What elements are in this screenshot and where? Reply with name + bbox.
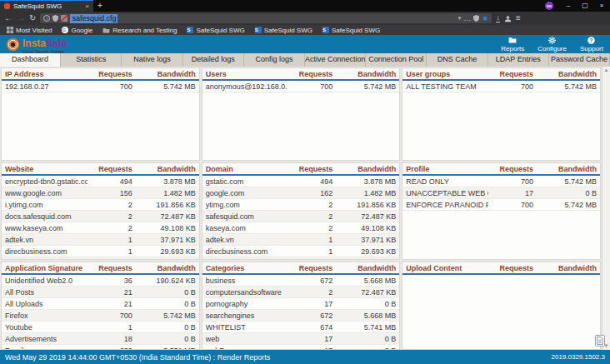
tab-dns-cache[interactable]: DNS Cache	[427, 53, 488, 67]
table-row[interactable]: ALL TESTING TEAM7005.742 MB	[402, 81, 600, 92]
row-requests: 672	[288, 312, 332, 320]
row-name: safebrowsing.googleapis.com	[206, 259, 288, 261]
table-row[interactable]: adtek.vn137.971 KB	[202, 234, 400, 246]
row-requests: 2	[88, 224, 132, 232]
column-header-bandwidth: Bandwidth	[533, 264, 597, 272]
tab-connection-pool[interactable]: Connection Pool	[366, 53, 427, 67]
bookmark-item-most-visited[interactable]: Most Visited	[7, 27, 52, 34]
bookmark-item-safesquid-swg[interactable]: SSafeSquid SWG	[187, 27, 244, 34]
table-row[interactable]: Advertisements180 B	[2, 333, 199, 345]
browser-tab[interactable]: SafeSquid SWG ×	[0, 0, 93, 12]
downloads-icon[interactable]: ↓	[496, 14, 500, 22]
row-name: encrypted-tbn0.gstatic.com	[5, 177, 88, 186]
extension-icon[interactable]: oo	[545, 2, 553, 10]
row-requests: 21	[88, 300, 132, 308]
tab-native-logs[interactable]: Native logs	[122, 53, 182, 67]
account-icon[interactable]	[504, 15, 512, 22]
table-row[interactable]: safesquid.com272.487 KB	[202, 211, 400, 222]
table-row[interactable]: Unidentified Web2.036190.624 KB	[2, 275, 199, 287]
scroll-up-icon[interactable]: ▲	[604, 67, 609, 73]
table-row[interactable]: encrypted-tbn0.gstatic.com4943.878 MB	[2, 176, 199, 187]
bookmark-item-safesquid-swg[interactable]: SSafeSquid SWG	[255, 27, 312, 34]
table-row[interactable]: direcbusiness.com129.693 KB	[2, 246, 199, 257]
url-dropdown-chevron-icon[interactable]: ▾	[458, 15, 462, 22]
tab-close-icon[interactable]: ×	[85, 2, 89, 10]
url-text-selected[interactable]: safesquid.cfg	[70, 14, 118, 23]
table-row[interactable]: computersandsoftware272.487 KB	[202, 287, 400, 298]
row-name: Advertisements	[5, 335, 88, 343]
table-row[interactable]: i.ytimg.com2191.856 KB	[2, 199, 199, 211]
table-row[interactable]: gstatic.com4943.878 MB	[202, 176, 400, 187]
table-row[interactable]: direcbusiness.com129.693 KB	[202, 246, 400, 257]
table-row[interactable]: google.com1621.482 MB	[202, 187, 400, 199]
new-tab-button[interactable]: +	[93, 0, 107, 12]
vertical-scrollbar[interactable]: ▲ ▼	[602, 67, 610, 350]
panel-header-domain: DomainRequestsBandwidth	[202, 163, 400, 176]
tab-detailed-logs[interactable]: Detailed logs	[183, 53, 244, 67]
url-bar[interactable]: i safesquid.cfg ▾ … ★	[40, 13, 492, 23]
tab-active-connections[interactable]: Active Connections	[305, 53, 366, 67]
bookmark-item-research-and-testing[interactable]: Research and Testing	[102, 27, 177, 34]
table-row[interactable]: ENFORCE PARANOID PRIVACY LEVEL7005.742 M…	[402, 199, 600, 211]
row-requests: 1	[288, 247, 332, 256]
bookmark-item-google[interactable]: GGoogle	[62, 27, 92, 34]
tab-dashboard[interactable]: Dashboard	[0, 53, 61, 67]
table-row[interactable]: safebrowsing.googleapis.com21.365 KB	[202, 257, 400, 260]
panel-title: Categories	[206, 264, 288, 272]
table-row[interactable]: pornography170 B	[202, 298, 400, 310]
table-row[interactable]: Firefox7005.742 MB	[2, 310, 199, 322]
tracking-protection-shield-icon[interactable]	[52, 15, 58, 22]
table-row[interactable]: web170 B	[202, 333, 400, 345]
table-row[interactable]: ytimg.com2191.856 KB	[202, 199, 400, 211]
table-row[interactable]: UNACCEPTABLE WEB CATEGORY170 B	[402, 187, 600, 199]
table-row[interactable]: All Posts210 B	[2, 287, 199, 298]
tab-ldap-entries[interactable]: LDAP Entries	[488, 53, 549, 67]
table-row[interactable]: docs.safesquid.com272.487 KB	[2, 211, 199, 222]
row-bandwidth: 191.856 KB	[332, 201, 396, 209]
row-bandwidth: 190.624 KB	[132, 277, 196, 285]
row-bandwidth: 5.742 MB	[332, 82, 396, 91]
pocket-shield-icon[interactable]	[473, 15, 479, 22]
table-row[interactable]: kaseya.com249.108 KB	[202, 222, 400, 234]
reload-button[interactable]: ↻	[29, 14, 36, 22]
window-close-button[interactable]: ×	[593, 0, 610, 12]
tab-password-cache[interactable]: Password Cache	[549, 53, 610, 67]
panel-upload-content: Upload ContentRequestsBandwidth	[402, 262, 601, 350]
reports-button[interactable]: Reports	[501, 37, 524, 52]
table-row[interactable]: 192.168.0.277005.742 MB	[2, 81, 199, 92]
table-row[interactable]: Youtube10 B	[2, 322, 199, 333]
row-requests: 17	[288, 335, 332, 343]
table-row[interactable]: www.kaseya.com249.108 KB	[2, 222, 199, 234]
table-row[interactable]: READ ONLY7005.742 MB	[402, 176, 600, 187]
bookmark-star-icon[interactable]: ★	[482, 15, 488, 22]
window-minimize-button[interactable]: –	[560, 0, 577, 12]
table-row[interactable]: safebrowsing.googleapis.com21.365 KB	[2, 257, 199, 260]
bookmark-item-safesquid-swg[interactable]: SSafeSquid SWG	[322, 27, 380, 34]
column-header-requests: Requests	[288, 165, 332, 173]
page-info-icon[interactable]: i	[43, 15, 50, 22]
column-header-requests: Requests	[488, 264, 533, 272]
table-row[interactable]: searchengines6725.668 MB	[202, 310, 400, 322]
hamburger-menu-icon[interactable]: ≡	[516, 14, 521, 22]
support-button[interactable]: ?Support	[580, 37, 603, 52]
page-actions-icon[interactable]: …	[463, 17, 471, 21]
table-row[interactable]: anonymous@192.168.0.277005.742 MB	[202, 81, 400, 92]
window-maximize-button[interactable]: ▢	[577, 0, 593, 12]
forward-button[interactable]: →	[17, 14, 25, 22]
table-row[interactable]: business6725.668 MB	[202, 275, 400, 287]
row-requests: 156	[88, 189, 132, 197]
tab-statistics[interactable]: Statistics	[61, 53, 122, 67]
render-report-icon[interactable]	[595, 335, 605, 347]
table-row[interactable]: All Uploads210 B	[2, 298, 199, 310]
permissions-blocked-icon[interactable]	[61, 15, 68, 22]
tab-config-logs[interactable]: Config logs	[244, 53, 305, 67]
version-text: 2019.0329.1502.3	[551, 353, 605, 361]
configure-button[interactable]: Configure	[538, 37, 567, 52]
table-row[interactable]: WHITELIST6745.741 MB	[202, 322, 400, 333]
table-row[interactable]: www.google.com1561.482 MB	[2, 187, 199, 199]
row-bandwidth: 5.742 MB	[533, 177, 597, 186]
back-button[interactable]: ←	[4, 14, 12, 22]
table-row[interactable]: adtek.vn137.971 KB	[2, 234, 199, 246]
row-name: ytimg.com	[206, 201, 288, 209]
tab-title: SafeSquid SWG	[13, 2, 62, 10]
